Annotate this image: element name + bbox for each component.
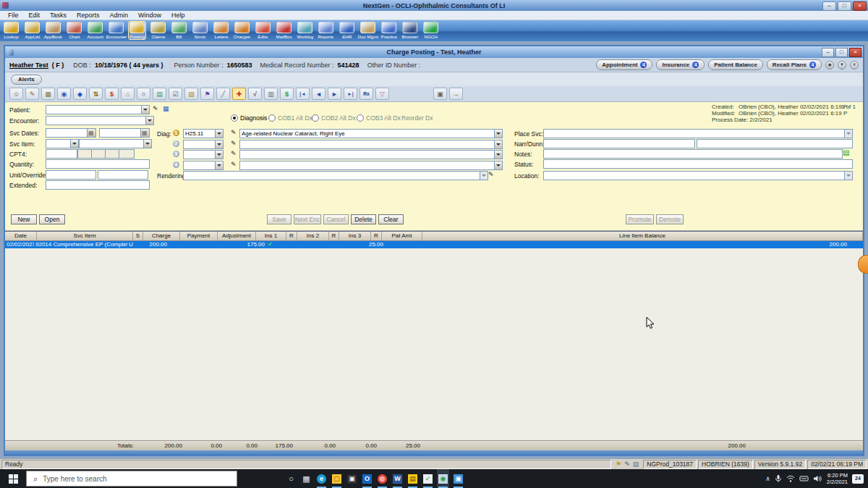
toolbar-charges-button[interactable]: Charges	[234, 22, 250, 39]
window-minimize-button[interactable]: –	[822, 48, 834, 57]
encounter-dropdown-icon[interactable]	[145, 117, 153, 125]
toolbar-practice-button[interactable]: Practice	[380, 22, 397, 39]
toolbar-edits-button[interactable]: Edits	[255, 22, 271, 39]
override-field[interactable]: 200.00	[98, 170, 148, 180]
quantity-field[interactable]: 1	[46, 159, 150, 169]
grid-empty-area[interactable]	[5, 248, 863, 440]
edit-diag-2-icon[interactable]: ✎	[231, 140, 237, 147]
rendering-field[interactable]: Ronald M Caronia, MD	[183, 171, 488, 180]
calendar-icon[interactable]	[87, 129, 95, 137]
flag-shield-icon[interactable]: ⚑	[200, 88, 214, 100]
recall-plans-button[interactable]: Recall Plans4	[767, 59, 822, 70]
banner-close-icon[interactable]: ✕	[850, 61, 859, 70]
rx-icon[interactable]: Rx	[359, 88, 373, 100]
money-icon[interactable]: $	[105, 88, 119, 100]
svc-item-code-dropdown-icon[interactable]	[70, 140, 78, 148]
microphone-icon[interactable]	[775, 474, 782, 483]
taskbar-search[interactable]: ⌕ Type here to search	[26, 471, 237, 487]
notes-icon[interactable]: ▤	[843, 148, 849, 156]
audit-icon[interactable]: √	[248, 88, 262, 100]
dunn-field[interactable]	[697, 139, 853, 148]
column-header-pat-amt[interactable]: Pat Amt	[382, 232, 422, 240]
cash-register-icon[interactable]: ▤	[153, 88, 166, 100]
toolbar-ehr-button[interactable]: EHR	[339, 22, 355, 39]
checklist-icon[interactable]: ☑	[169, 88, 182, 100]
toolbar-worklog-button[interactable]: Worklog	[297, 22, 313, 39]
patient-balance-button[interactable]: Patient Balance	[708, 59, 763, 70]
nav-next-icon[interactable]: ►	[328, 88, 341, 100]
appointment-button[interactable]: Appointment4	[596, 59, 652, 70]
svc-date-from-field[interactable]: 02/02/2021	[46, 128, 96, 138]
open-button[interactable]: Open	[39, 214, 65, 224]
radio-cob1[interactable]: COB1 Alt Dx	[268, 114, 312, 122]
place-svc-dropdown-icon[interactable]	[844, 130, 852, 138]
extended-field[interactable]: 200.00	[46, 180, 150, 190]
banner-dropdown-icon[interactable]: ▼	[838, 61, 846, 70]
cpt4-mod4-field[interactable]	[119, 149, 135, 159]
diag-code-dropdown-icon[interactable]	[215, 130, 223, 138]
column-header-payment[interactable]: Payment	[180, 232, 218, 240]
new-button[interactable]: New	[11, 214, 37, 224]
toolbar-stmts-button[interactable]: Stmts	[192, 22, 208, 39]
rendering-dropdown-icon[interactable]	[480, 172, 488, 180]
diag-1-description-field[interactable]: Age-related Nuclear Cataract, Right Eye	[239, 129, 503, 138]
radio-cob3[interactable]: COB3 Alt Dx	[357, 114, 401, 122]
document-icon[interactable]: ▤	[633, 460, 639, 468]
charge-dollar-icon[interactable]: $	[280, 88, 294, 100]
window-maximize-button[interactable]: □	[835, 48, 848, 57]
taskbar-word[interactable]: W	[391, 469, 404, 488]
svc-item-desc-field[interactable]: Comprehensive EP (Complete	[79, 139, 152, 148]
toolbar-browser-button[interactable]: Browser	[401, 22, 418, 39]
nav-first-icon[interactable]: |◄	[296, 88, 310, 100]
superbill-icon[interactable]: ▣	[433, 88, 447, 100]
column-header-ins-2[interactable]: Ins 2	[297, 232, 329, 240]
edit-rendering-icon[interactable]: ✎	[488, 171, 494, 178]
column-header-s[interactable]: S	[133, 232, 143, 240]
radio-diagnosis[interactable]: Diagnosis	[231, 114, 267, 122]
diag-4-description-field[interactable]	[239, 161, 503, 170]
menu-edit[interactable]: Edit	[24, 12, 46, 19]
diag-1-code-field[interactable]: H25.11	[183, 129, 224, 138]
menu-admin[interactable]: Admin	[105, 12, 134, 19]
fee-ticket-icon[interactable]: ▥	[264, 88, 278, 100]
svc-date-to-field[interactable]: 02/02/2021	[99, 128, 150, 138]
toolbar-mailbox-button[interactable]: MailBox	[276, 22, 292, 39]
action-center-icon[interactable]: 24	[852, 474, 864, 484]
toolbar-reports-button[interactable]: Reports	[318, 22, 334, 39]
status-field[interactable]: Unbilled	[543, 159, 853, 169]
taskbar-nextgen-posting[interactable]: ◉	[437, 469, 449, 488]
first-aid-icon[interactable]: ✚	[232, 88, 246, 100]
hidden-icons-chevron[interactable]: ∧	[765, 475, 770, 482]
toolbar-encounter-button[interactable]: Encounter	[108, 22, 124, 39]
alerts-icon[interactable]: ⚑	[616, 460, 621, 468]
toolbar-posting-button[interactable]: Posting	[129, 22, 145, 39]
taskbar-clock[interactable]: 6:20 PM 2/2/2021	[827, 472, 848, 485]
toolbar-chart-button[interactable]: Chart	[66, 22, 82, 39]
taskbar-outlook[interactable]: O	[361, 469, 373, 488]
taskbar-edge[interactable]: e	[315, 469, 328, 488]
edit-diag-1-icon[interactable]: ✎	[231, 129, 237, 136]
column-header-date[interactable]: Date	[5, 232, 37, 240]
encounter-field[interactable]: 4625022 02/02/2021 Unbilled	[46, 116, 154, 125]
diag-description-dropdown-icon[interactable]	[494, 140, 502, 148]
taskbar-store[interactable]: ▣	[346, 469, 358, 488]
signature-icon[interactable]: ✎	[624, 460, 630, 468]
diag-code-dropdown-icon[interactable]	[215, 161, 223, 169]
column-header-line-item-balance[interactable]: Line Item Balance	[422, 232, 863, 240]
start-button[interactable]	[0, 469, 26, 488]
diag-code-dropdown-icon[interactable]	[215, 140, 223, 148]
column-header-charge[interactable]: Charge	[143, 232, 180, 240]
patient-dropdown-icon[interactable]	[141, 106, 149, 114]
ledger-icon[interactable]: ▦	[41, 88, 55, 100]
column-header-r[interactable]: R	[286, 232, 297, 240]
nav-prev-icon[interactable]: ◄	[312, 88, 326, 100]
globe-icon[interactable]: ◉	[57, 88, 71, 100]
cpt4-field[interactable]: 92014	[46, 149, 77, 159]
menu-help[interactable]: Help	[166, 12, 190, 19]
lab-flask-icon[interactable]: ▽	[375, 88, 389, 100]
diag-4-code-field[interactable]	[183, 161, 224, 170]
diag-description-dropdown-icon[interactable]	[494, 130, 502, 138]
window-close-button[interactable]: ×	[849, 48, 861, 57]
exit-icon[interactable]: →	[449, 88, 463, 100]
location-dropdown-icon[interactable]	[844, 172, 852, 180]
